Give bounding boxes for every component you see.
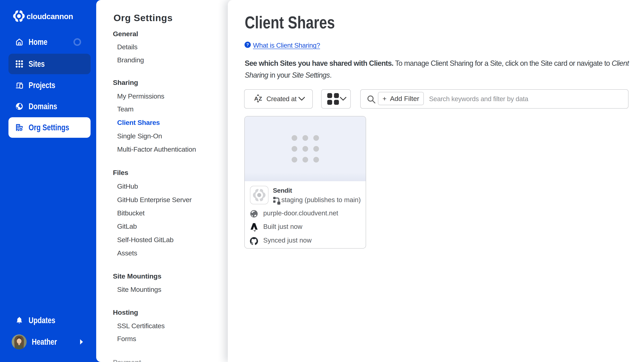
svg-text:Z: Z bbox=[258, 95, 262, 102]
svg-text:A: A bbox=[254, 95, 258, 102]
svg-text:?: ? bbox=[246, 42, 249, 47]
